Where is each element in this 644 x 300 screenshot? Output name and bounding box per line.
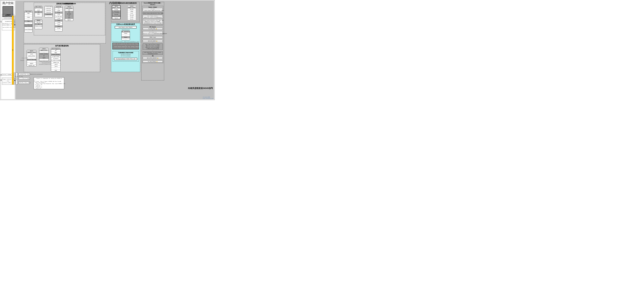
row: …… <box>35 15 42 17</box>
row: euid <box>65 17 73 19</box>
row: 1 struct file * <box>44 10 52 12</box>
row: list <box>39 55 48 57</box>
signal-title: 信号相关数据结构 <box>24 44 100 47</box>
lock-icon: 🔒 <box>156 40 158 42</box>
kill-r6: send_sigio(fown, fa->fa_fd, band); 向相关进程… <box>143 51 163 55</box>
row: *fa_next <box>128 14 136 16</box>
row: …… <box>24 31 32 32</box>
row: lock <box>65 9 73 11</box>
row: pid_type <box>65 13 73 15</box>
sigqueue: struct sigqueue list flags shared_pendin… <box>51 48 60 71</box>
sync-icon: 🗘 <box>143 55 163 57</box>
row: ._pid=0 <box>51 64 60 66</box>
kill-r7: spin_unlock_irqrestore 🔓 <box>143 57 163 59</box>
row: count <box>35 9 42 11</box>
unlock-icon: 🔓 <box>157 57 158 59</box>
fasync-dyn-group: fasync机制动态生成的内核数据结构 struct fasync_struct… <box>111 2 140 22</box>
driver-group: 支持fasync机制的驱动程序 struct fasync_struct *fa… <box>111 23 140 72</box>
row: state <box>24 13 32 14</box>
row: si_errno=0 <box>51 58 60 60</box>
row: …… <box>27 61 36 63</box>
setown-note: 设置所有者为当前进程相关 <box>31 74 43 75</box>
row: count <box>27 53 36 55</box>
fops-note: 驱动代码中定义的 <box>111 29 140 31</box>
fasync-left: struct fasync_struct fa_lock magic 0x460… <box>112 5 121 19</box>
hd: struct fasync_struct <box>112 6 120 9</box>
row: …… <box>39 51 48 53</box>
row: fa_fd 文件描述符 <box>112 12 120 14</box>
kill-hd: kill_fasync <box>143 26 163 28</box>
helper-c4: fasync_insert_entry(fd, filp, fapp, new)… <box>143 19 163 24</box>
row: fa_rcu <box>112 17 120 19</box>
row: si_code=SI_KERNEL <box>51 60 60 62</box>
row: *user <box>51 70 60 71</box>
fasync-long: ...->fasync() is responsible for setting… <box>34 77 64 89</box>
do-fcntl-bar: do_fcntl <box>16 72 18 85</box>
row: 3 struct file * <box>44 13 52 15</box>
row: …… <box>51 68 60 70</box>
row: ._uid=0 <box>51 66 60 68</box>
setown-box: f_setown(filp, arg, 1); <box>18 73 30 75</box>
marker-2: 2 <box>0 74 2 76</box>
row: _sifields._kill <box>51 62 60 64</box>
row: …… <box>44 15 52 17</box>
row: f_owner <box>55 26 62 28</box>
sighand-hd: struct sighand_struct <box>27 50 36 53</box>
fdtable-hd: fdtable <box>35 20 42 21</box>
user-space-title: 用户空间 <box>1 1 15 6</box>
sigqueue-hd: struct sigqueue <box>51 48 60 50</box>
fasync-right: struct fasync_struct fa_lock magic fa_fd… <box>128 5 136 20</box>
fd-array: 文件描述符数组 0 struct file * 1 struct file * … <box>44 6 53 17</box>
row: *signal 进程信号描述符指针 <box>24 24 32 26</box>
kill-r4: spin_lock_irqsave 🔒 <box>143 40 163 42</box>
row: signum <box>65 19 73 21</box>
row: …… <box>24 27 32 29</box>
row: …… <box>27 57 36 59</box>
helper-c3: new = fasync_alloc(); 为新的struct fasync_s… <box>143 15 163 19</box>
row: 2 struct file * <box>44 12 52 13</box>
row: *owner <box>122 32 130 34</box>
row: …… <box>35 27 42 29</box>
struct-file: struct file f_u f_path *f_op f_lock f_sb… <box>55 6 62 32</box>
file-operations: file_operations *owner …… *fasync …… <box>122 31 130 40</box>
hd: file_operations <box>122 31 130 32</box>
process-group: 进程相关内核数据结构 task_struct state …… *stack …… <box>24 2 106 43</box>
row: f_mode <box>55 22 62 24</box>
helper-box: fasync_helper if (!on) return fasync_rem… <box>142 6 163 25</box>
row: pending 未决私有信号链表 <box>24 29 32 31</box>
row: …… <box>24 18 32 20</box>
row: f_sb_list_cpu <box>55 16 62 18</box>
row: *fdt <box>35 11 42 13</box>
setfl-box: setfl(fd, filp, arg); <box>18 82 30 84</box>
ready-title: 可感知数据已准备好的例程 <box>113 52 138 54</box>
row: signalfd_wqh <box>27 65 36 66</box>
row: *stack <box>24 16 32 18</box>
row: si_signo=SIGIO <box>51 56 60 58</box>
row: f_u <box>55 8 62 10</box>
unlock-icon: 🔓 <box>156 61 158 62</box>
fasync-long-body: */ if (((arg ^ filp->f_flags) & FASYNC) … <box>34 79 64 89</box>
row: f_pos <box>55 24 62 26</box>
row: action[_NSIG] <box>27 55 36 57</box>
row: fa_rcu <box>128 18 136 20</box>
row: fa_lock <box>128 8 136 10</box>
kill-box: kill_fasync rcu_read_lock(); 🔒 ↓ kill_fa… <box>142 26 163 63</box>
kernel-space-panel: 内核空间 glibc rt_sigaction系统调用接口 fcntl系统调用接… <box>15 1 214 99</box>
fasync-long-title: ...->fasync() is responsible for setting… <box>34 78 64 79</box>
fasync-dyn-title: fasync机制动态生成的内核数据结构 <box>111 2 139 4</box>
row: f_flags <box>55 20 62 22</box>
fdtable: fdtable max_fds **fd *close_on_exec …… <box>35 20 42 29</box>
row: max_fds <box>35 21 42 23</box>
xx-async-code: static int xx_async(int fd, struct file … <box>112 43 139 50</box>
credit: ChinaUnix博客 blog.chinaunix.net <box>202 96 214 100</box>
row: fdtab <box>35 13 42 15</box>
ready-sub: 确认数据已经准备就绪 用户空间可以获取数据 <box>113 54 138 57</box>
export-title: fasync机制相关内核导出函数：fs/fcntl.c <box>142 2 164 5</box>
files-struct: files_struct 用户打开文件表 count *fdt fdtab …… <box>35 6 42 17</box>
kill-r2: kill_fasync_rcu 给struct fasync_struct链表中… <box>143 31 163 35</box>
task-hd: task_struct <box>24 11 32 13</box>
row: magic <box>128 10 136 12</box>
marker-1: 1 <box>0 21 2 23</box>
row: …… <box>122 38 130 40</box>
sighand-struct: struct sighand_struct count action[_NSIG… <box>27 50 36 67</box>
